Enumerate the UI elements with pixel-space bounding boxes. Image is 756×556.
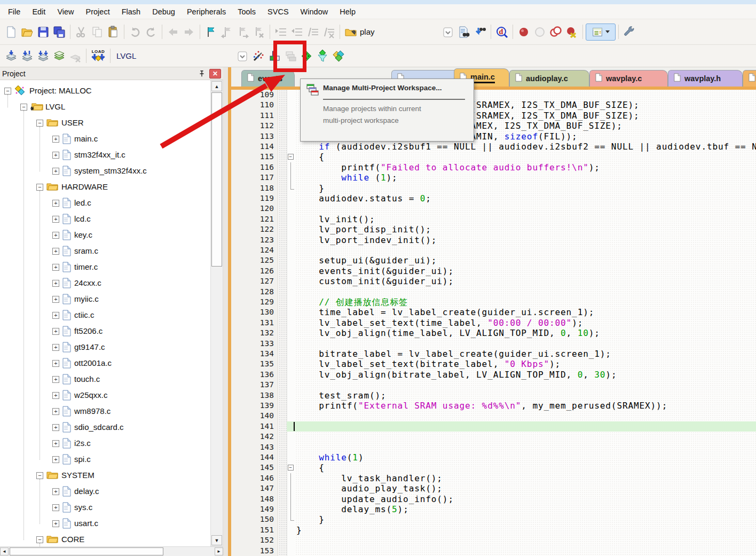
tree-item-main-c[interactable]: +main.c	[0, 131, 210, 147]
expand-icon[interactable]: +	[52, 440, 59, 447]
tab-audioplay.c[interactable]: audioplay.c	[509, 70, 589, 87]
expand-icon[interactable]: +	[52, 488, 59, 495]
collapse-icon[interactable]: −	[4, 88, 11, 95]
expand-icon[interactable]: +	[52, 200, 59, 207]
tree-item-lcd-c[interactable]: +lcd.c	[0, 212, 210, 228]
code-line-131[interactable]: 131 lv_label_set_text(time_label, "00:00…	[231, 318, 756, 328]
expand-icon[interactable]: +	[52, 392, 59, 399]
menu-item-svcs[interactable]: SVCS	[262, 5, 295, 18]
tree-item-user[interactable]: −USER	[0, 115, 210, 131]
tree-item-key-c[interactable]: +key.c	[0, 228, 210, 244]
expand-icon[interactable]: +	[52, 408, 59, 415]
code-line-136[interactable]: 136 lv_obj_align(bitrate_label, LV_ALIGN…	[231, 370, 756, 380]
tree-item-led-c[interactable]: +led.c	[0, 195, 210, 212]
indent-left-button[interactable]	[289, 24, 305, 40]
windows-dropdown-caret[interactable]	[605, 30, 610, 33]
tree-item-myiic-c[interactable]: +myiic.c	[0, 292, 210, 308]
navigate-forward-button[interactable]	[181, 24, 197, 40]
code-line-125[interactable]: 125 setup_ui(&guider_ui);	[231, 255, 756, 265]
indent-right-button[interactable]	[273, 24, 289, 40]
insert-breakpoint-button[interactable]	[516, 24, 532, 40]
code-line-114[interactable]: 114 if (audiodev.i2sbuf1 == NULL || audi…	[231, 142, 756, 152]
copy-button[interactable]	[89, 24, 105, 40]
tree-item-ctiic-c[interactable]: +ctiic.c	[0, 308, 210, 324]
expand-icon[interactable]: +	[52, 248, 59, 255]
current-workspace-windows-button[interactable]	[586, 24, 616, 41]
code-line-151[interactable]: 151}	[231, 525, 756, 535]
next-bookmark-button[interactable]	[235, 24, 251, 40]
tree-item-lvgl[interactable]: −LVGL	[0, 99, 210, 115]
tree-item-stm32f4xx-it-c[interactable]: +stm32f4xx_it.c	[0, 147, 210, 163]
enable-disable-breakpoint-button[interactable]	[532, 24, 548, 40]
panel-splitter[interactable]	[223, 67, 228, 556]
menu-item-file[interactable]: File	[2, 5, 26, 18]
expand-icon[interactable]: +	[52, 280, 59, 287]
code-line-149[interactable]: 149 delay_ms(5);	[231, 504, 756, 514]
expand-icon[interactable]: +	[52, 456, 59, 463]
configure-tools-button[interactable]	[621, 24, 637, 40]
expand-icon[interactable]: +	[52, 152, 59, 159]
expand-icon[interactable]: +	[52, 344, 59, 351]
tree-item-sys-c[interactable]: +sys.c	[0, 500, 210, 516]
scrollbar-thumb[interactable]	[10, 547, 163, 555]
expand-icon[interactable]: +	[52, 376, 59, 383]
previous-bookmark-button[interactable]	[219, 24, 235, 40]
pin-icon[interactable]	[196, 69, 207, 79]
code-line-144[interactable]: 144 while(1)	[231, 452, 756, 463]
target-selector-value[interactable]: LVGL	[113, 51, 139, 60]
tree-item-timer-c[interactable]: +timer.c	[0, 260, 210, 276]
code-line-116[interactable]: 116 printf("Failed to allocate audio buf…	[231, 162, 756, 173]
expand-icon[interactable]: +	[52, 168, 59, 175]
open-file-button[interactable]	[19, 24, 35, 40]
tree-item-usart-c[interactable]: +usart.c	[0, 516, 210, 532]
menu-item-help[interactable]: Help	[334, 5, 361, 18]
clean-targets-button[interactable]	[67, 48, 83, 64]
tree-item-wm8978-c[interactable]: +wm8978.c	[0, 404, 210, 420]
code-line-133[interactable]: 133	[231, 339, 756, 349]
code-line-120[interactable]: 120	[231, 203, 756, 214]
rebuild-all-button[interactable]	[35, 48, 51, 64]
tree-item-system[interactable]: −SYSTEM	[0, 468, 210, 484]
tree-item-24cxx-c[interactable]: +24cxx.c	[0, 276, 210, 292]
expand-icon[interactable]: +	[52, 424, 59, 431]
expand-icon[interactable]: +	[52, 520, 59, 527]
translate-file-button[interactable]	[3, 48, 19, 64]
expand-icon[interactable]: +	[52, 296, 59, 303]
tree-item-spi-c[interactable]: +spi.c	[0, 452, 210, 468]
code-line-139[interactable]: 139 printf("External SRAM usage: %d%%\n"…	[231, 401, 756, 411]
collapse-icon[interactable]: −	[36, 536, 43, 543]
code-line-126[interactable]: 126 events_init(&guider_ui);	[231, 266, 756, 276]
tree-item-ott2001a-c[interactable]: +ott2001a.c	[0, 356, 210, 372]
incremental-find-button[interactable]	[472, 24, 488, 40]
code-line-119[interactable]: 119 audiodev.status = 0;	[231, 193, 756, 203]
undo-button[interactable]	[127, 24, 143, 40]
lookup-symbol-button[interactable]: d	[494, 24, 510, 40]
code-line-132[interactable]: 132 lv_obj_align(time_label, LV_ALIGN_TO…	[231, 328, 756, 338]
project-vertical-scrollbar[interactable]: ▲ ▼	[210, 80, 223, 546]
expand-icon[interactable]: +	[52, 312, 59, 319]
code-line-121[interactable]: 121 lv_init();	[231, 214, 756, 224]
find-text-value[interactable]: play	[359, 27, 377, 36]
scroll-down-button[interactable]: ▼	[211, 535, 222, 545]
tree-item-system-stm32f4xx-c[interactable]: +system_stm32f4xx.c	[0, 163, 210, 179]
menu-item-window[interactable]: Window	[295, 5, 334, 18]
menu-item-tools[interactable]: Tools	[232, 5, 262, 18]
code-line-118[interactable]: 118 }	[231, 183, 756, 193]
scroll-right-button[interactable]: ►	[215, 547, 223, 555]
tree-item-core[interactable]: −CORE	[0, 532, 210, 548]
save-button[interactable]	[35, 24, 51, 40]
collapse-icon[interactable]: −	[36, 120, 43, 127]
tree-item-project-malloc[interactable]: −Project: MALLOC	[0, 83, 210, 99]
project-horizontal-scrollbar[interactable]: ◄ ►	[0, 546, 223, 556]
select-software-packs-button[interactable]	[314, 48, 330, 64]
uncomment-selection-button[interactable]	[321, 24, 337, 40]
fold-marker-open[interactable]: −	[287, 152, 295, 162]
code-line-135[interactable]: 135 lv_label_set_text(bitrate_label, "0 …	[231, 359, 756, 369]
code-line-129[interactable]: 129 // 创建播放信息标签	[231, 297, 756, 307]
collapse-icon[interactable]: −	[36, 184, 43, 191]
code-line-150[interactable]: 150 }	[231, 514, 756, 524]
find-combo-dropdown[interactable]	[440, 24, 456, 40]
code-line-130[interactable]: 130 time_label = lv_label_create(guider_…	[231, 307, 756, 317]
tree-item-gt9147-c[interactable]: +gt9147.c	[0, 340, 210, 356]
disable-all-breakpoints-button[interactable]	[548, 24, 564, 40]
